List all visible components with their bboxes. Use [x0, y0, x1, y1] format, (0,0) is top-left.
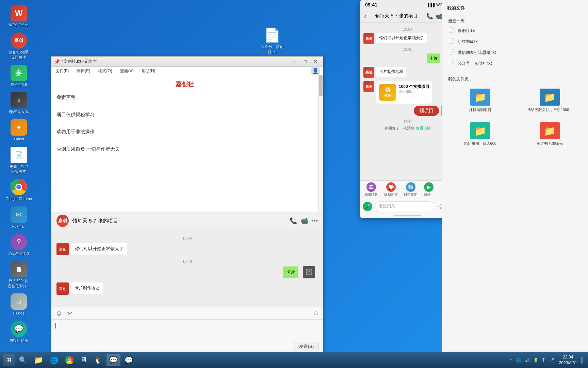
itunes-label: iTunes — [13, 311, 24, 316]
taskbar-search[interactable]: 🔍 — [16, 354, 30, 366]
notepad-content[interactable]: 嘉创社 免责声明 项目仅供揭秘学习 请勿用于非法操作 否则后果自负 一切与作者无… — [51, 75, 318, 212]
taskbar-clock[interactable]: 22:04 2023/8/31 — [559, 354, 577, 366]
tray-mic-icon[interactable]: 🎤 — [549, 358, 554, 363]
wps-label: WPS Office — [9, 22, 29, 27]
msg-time-now: 刚刚 — [363, 119, 452, 124]
promo-card[interactable]: 领 项目 1000 个实操项目 点击领取 — [376, 81, 432, 104]
my-folders-title: 我的文件夹 — [445, 74, 585, 83]
mobile-input-field[interactable]: 发送消息 — [375, 201, 435, 211]
chat-messages-area: 10:04 嘉创 你们可以开始正常领天了 10:48 卡片 🖼 嘉创 卡片制作地… — [51, 230, 323, 302]
desktop-icon-xmind[interactable]: ✦ Xmind — [3, 118, 34, 143]
right-file-rednote[interactable]: 📄 小红书id.txt — [445, 36, 585, 47]
show-desktop-btn[interactable] — [578, 354, 585, 366]
right-panel-title: 我的文件 — [445, 3, 585, 13]
taskbar-btn-file[interactable]: 📁 — [31, 354, 46, 366]
taskbar: ⊞ 🔍 📁 🌐 🖥 🐧 💬 💬 — [0, 352, 588, 368]
msg-row-promo: 嘉创 领 项目 1000 个实操项目 点击领取 — [363, 81, 452, 104]
desktop-icon-wps[interactable]: W WPS Office — [3, 3, 34, 29]
file-name-wechat: 微信朋友引流思路.txt — [458, 50, 496, 56]
notepad-maximize-btn[interactable]: □ — [300, 58, 310, 65]
desktop-icon-jiachuang[interactable]: 嘉创 嘉创社·知乎无限关注 — [3, 31, 34, 61]
riyiru-icon: 📄 — [11, 261, 27, 277]
taskbar-btn-wechat[interactable]: 💬 — [107, 354, 120, 366]
right-file-gongzhonghao[interactable]: 📄 公众号：嘉创社.txt — [445, 58, 585, 68]
desktop-file-gongzhonghao[interactable]: 📄 公众号：嘉创社.txt — [259, 27, 286, 55]
quick-tool-img[interactable]: 🔄 以图换图 — [402, 182, 419, 197]
toolbar-scissors-icon[interactable]: ✂ — [67, 310, 72, 317]
tray-up-arrow-icon[interactable]: ⌃ — [509, 358, 513, 363]
notepad-user-icon[interactable]: 👤 — [311, 66, 320, 76]
folder-sheqn[interactable]: 📁 社群福利项目 — [447, 85, 513, 116]
chat-phone-icon[interactable]: 📞 — [290, 217, 297, 225]
send-button[interactable]: 发送(S) — [294, 342, 319, 351]
folder-img-momo: 📁 — [470, 122, 490, 139]
taskbar-start-btn[interactable]: ⊞ — [3, 354, 15, 366]
folder-name-sheqn: 社群福利项目 — [469, 107, 491, 112]
toolbar-emoji-icon[interactable]: ☺ — [55, 309, 62, 317]
notepad-line-3: 否则后果自负 一切与作者无关 — [56, 145, 313, 153]
desktop-icon-chrome[interactable]: Google Chrome — [3, 177, 34, 203]
promo-action-row: 领项目 嘉创 — [363, 105, 452, 116]
right-file-jiachuang[interactable]: 📄 嘉创社.txt — [445, 26, 585, 36]
desktop-icon-sipp[interactable]: 💬 思投路助手 — [3, 319, 34, 344]
jiayu-icon: 嘉 — [11, 65, 27, 81]
ling-xiangmu-btn[interactable]: 领项目 — [414, 106, 439, 116]
notepad-minimize-btn[interactable]: ─ — [290, 58, 300, 65]
desktop-icon-riyiru[interactable]: 📄 日入600, 抖音信任卡片... — [3, 259, 34, 290]
desktop-icon-help[interactable]: ? 心思帮助7.0 — [3, 232, 34, 258]
notepad-line-1: 项目仅供揭秘学习 — [56, 110, 313, 119]
msg-avatar-1: 嘉创 — [363, 33, 374, 44]
folder-rednote[interactable]: 📁 小红书无限曝光 — [517, 119, 583, 149]
tray-volume-icon[interactable]: 🔊 — [525, 358, 530, 363]
taskbar-btn-qq[interactable]: 🐧 — [91, 354, 105, 366]
notepad-menu-help[interactable]: 帮助(H) — [140, 67, 157, 75]
quick-tool-play[interactable]: ▶ 玩转... — [422, 182, 436, 197]
edge-icon: 🌐 — [50, 356, 59, 364]
notepad-pin-icon[interactable]: 📌 — [54, 59, 60, 64]
tray-ime-icon[interactable]: 中 — [542, 357, 546, 363]
chat-more-icon[interactable]: ••• — [311, 217, 318, 225]
mobile-phone-icon[interactable]: 📞 — [426, 13, 433, 19]
right-file-wechat[interactable]: 📄 微信朋友引流思路.txt — [445, 47, 585, 58]
tray-network-icon[interactable]: 🌐 — [516, 358, 521, 363]
recent-files-title: 最近一周 — [445, 16, 585, 26]
taskbar-btn-chrome[interactable] — [63, 354, 76, 366]
reply-hint: 你回复了一条消息 查看详情 — [363, 126, 452, 131]
view-detail-link[interactable]: 查看详情 — [416, 126, 431, 130]
notepad-chat-embedded: 嘉创 领每天 5-7 张的项目 📞 📹 ••• 10:04 嘉创 你们可以开始正… — [51, 212, 323, 307]
chat-video-icon[interactable]: 📹 — [300, 217, 308, 225]
msg-bubble-1: 你们可以开始正常领天了 — [376, 33, 427, 43]
tiktok-icon: ♪ — [11, 92, 27, 108]
notepad-menu-file[interactable]: 文件(F) — [54, 67, 70, 75]
wechat-icon: 💬 — [109, 356, 118, 364]
notepad-menu-edit[interactable]: 编辑(E) — [75, 67, 92, 75]
notepad-scrollbar[interactable] — [318, 75, 323, 212]
desktop-icon-itunes[interactable]: ♫ iTunes — [3, 292, 34, 317]
back-btn[interactable]: ‹ — [364, 12, 366, 20]
quick-tool-album[interactable]: 🖼 相册随机 — [363, 182, 380, 197]
toolbar-sticker-icon[interactable]: ☺ — [313, 310, 319, 317]
desktop-icon-tiktok[interactable]: ♪ 抖y评论采集 — [3, 90, 34, 116]
notepad-window: 📌 *嘉创社.txt - 记事本 ─ □ ✕ 文件(F) 编辑(E) 格式(O)… — [51, 56, 323, 362]
taskbar-btn-wechat-work[interactable]: 💬 — [122, 354, 136, 366]
file-name-gz: 公众号：嘉创社.txt — [458, 61, 492, 66]
quick-tool-mq[interactable]: 💬 默契问答 — [382, 182, 399, 197]
desktop-icons-left: W WPS Office 嘉创 嘉创社·知乎无限关注 嘉 嘉语言3.9 ♪ 抖y… — [0, 0, 37, 348]
taskbar-btn-edge[interactable]: 🌐 — [47, 354, 61, 366]
chat-msg-received-kap: 嘉创 卡片制作地址 — [56, 282, 318, 295]
folder-momo[interactable]: 📁 陌陌擦图，日入600 — [447, 119, 513, 149]
taskbar-btn-explorer[interactable]: 🖥 — [78, 354, 90, 366]
notepad-close-btn[interactable]: ✕ — [311, 58, 320, 65]
chat-input-area[interactable] — [51, 319, 323, 340]
desktop-icon-rednote[interactable]: 📄 更新小红书采集脚本 — [3, 145, 34, 176]
folder-bilibili[interactable]: 📁 B站无限关注，日引1000+ — [517, 85, 583, 116]
desktop-icon-foxmail[interactable]: ✉ Foxmail — [3, 205, 34, 230]
notepad-menu-view[interactable]: 查看(V) — [119, 67, 135, 75]
notepad-menu-format[interactable]: 格式(O) — [97, 67, 113, 75]
chat-bubble-1: 你们可以开始正常领天了 — [71, 243, 127, 255]
desktop-icon-jiayu[interactable]: 嘉 嘉语言3.9 — [3, 63, 34, 89]
xmind-label: Xmind — [13, 137, 24, 141]
file-manager-icon: 📁 — [34, 356, 43, 365]
chat-card-address: 卡片制作地址 — [71, 282, 103, 294]
voice-btn[interactable]: 🎤 — [363, 202, 372, 211]
